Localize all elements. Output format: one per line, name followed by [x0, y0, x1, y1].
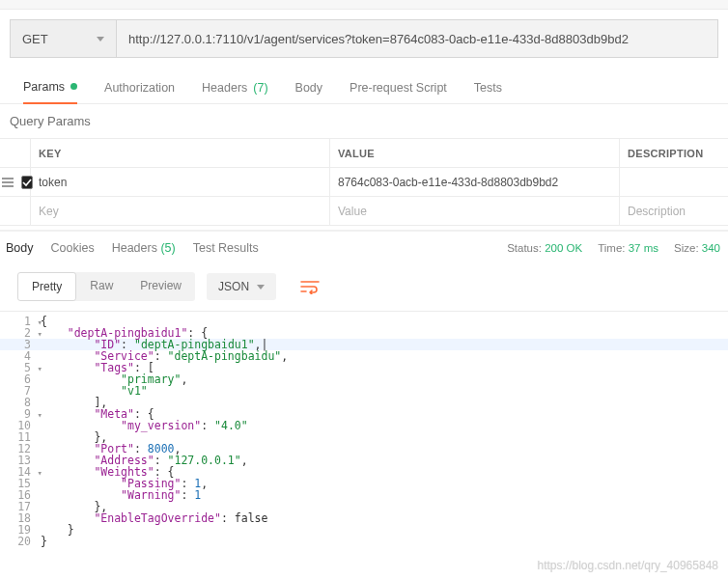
- drag-icon: [2, 178, 17, 187]
- top-divider: [0, 0, 728, 10]
- resp-headers-count: (5): [160, 241, 175, 255]
- col-key: KEY: [31, 139, 330, 167]
- desc-cell[interactable]: [620, 168, 728, 196]
- http-method-label: GET: [22, 32, 48, 46]
- col-desc: DESCRIPTION: [620, 139, 728, 167]
- query-params-title: Query Params: [0, 104, 728, 138]
- format-select[interactable]: JSON: [207, 273, 276, 300]
- size-value: 340: [702, 242, 720, 254]
- response-tabs: Body Cookies Headers (5) Test Results: [6, 241, 259, 255]
- col-value: VALUE: [330, 139, 620, 167]
- view-pretty[interactable]: Pretty: [17, 272, 76, 301]
- row-handle[interactable]: [0, 168, 31, 196]
- tab-tests[interactable]: Tests: [474, 71, 502, 104]
- resp-tab-tests[interactable]: Test Results: [193, 241, 259, 255]
- time-block: Time: 37 ms: [598, 242, 658, 254]
- tab-body[interactable]: Body: [295, 71, 323, 104]
- resp-tab-body[interactable]: Body: [6, 241, 34, 255]
- code-line: 10 "my_version": "4.0": [0, 420, 728, 431]
- response-bar: Body Cookies Headers (5) Test Results St…: [0, 230, 728, 264]
- wrap-icon: [300, 279, 320, 294]
- tab-params-label: Params: [23, 80, 65, 94]
- resp-tab-headers[interactable]: Headers (5): [112, 241, 176, 255]
- tab-authorization[interactable]: Authorization: [104, 71, 175, 104]
- code-line: 7 "v1": [0, 385, 728, 397]
- tab-params[interactable]: Params: [23, 71, 77, 104]
- code-line: 16 "Warning": 1: [0, 489, 728, 501]
- size-block: Size: 340: [674, 242, 720, 254]
- chevron-down-icon: [97, 37, 104, 41]
- view-raw[interactable]: Raw: [76, 272, 126, 301]
- col-handle: [0, 139, 31, 167]
- code-line: 18 "EnableTagOverride": false: [0, 512, 728, 524]
- row-handle-empty: [0, 197, 31, 225]
- format-label: JSON: [218, 280, 249, 293]
- view-mode-segmented: Pretty Raw Preview: [17, 272, 195, 301]
- http-method-select[interactable]: GET: [10, 19, 116, 58]
- tab-headers[interactable]: Headers (7): [202, 71, 268, 104]
- value-cell[interactable]: 8764c083-0acb-e11e-433d-8d8803db9bd2: [330, 168, 620, 196]
- code-line: 19 }: [0, 524, 728, 536]
- value-placeholder[interactable]: Value: [330, 197, 620, 225]
- request-tabs: Params Authorization Headers (7) Body Pr…: [0, 71, 728, 104]
- query-params-table: KEY VALUE DESCRIPTION token 8764c083-0ac…: [0, 138, 728, 226]
- watermark: https://blog.csdn.net/qry_40965848: [0, 553, 728, 574]
- time-value: 37 ms: [629, 242, 658, 254]
- key-placeholder[interactable]: Key: [31, 197, 330, 225]
- headers-count: (7): [253, 81, 267, 95]
- key-cell[interactable]: token: [31, 168, 330, 196]
- view-preview[interactable]: Preview: [126, 272, 195, 301]
- chevron-down-icon: [257, 285, 265, 290]
- url-row: GET: [0, 10, 728, 71]
- resp-tab-cookies[interactable]: Cookies: [51, 241, 95, 255]
- dot-icon: [70, 83, 77, 90]
- status-block: Status: 200 OK: [507, 242, 582, 254]
- table-row: token 8764c083-0acb-e11e-433d-8d8803db9b…: [0, 168, 728, 197]
- wrap-lines-button[interactable]: [295, 272, 324, 301]
- table-header: KEY VALUE DESCRIPTION: [0, 139, 728, 168]
- url-input[interactable]: [116, 19, 718, 58]
- code-line: 20}: [0, 536, 728, 547]
- view-controls: Pretty Raw Preview JSON: [0, 264, 728, 312]
- response-meta: Status: 200 OK Time: 37 ms Size: 340: [507, 242, 720, 254]
- table-row-empty: Key Value Description: [0, 197, 728, 226]
- desc-placeholder[interactable]: Description: [620, 197, 728, 225]
- status-value: 200 OK: [545, 242, 582, 254]
- tab-prerequest[interactable]: Pre-request Script: [350, 71, 447, 104]
- response-body-code[interactable]: 1▾{2▾ "deptA-pingbaidu1": {3 "ID": "dept…: [0, 312, 728, 553]
